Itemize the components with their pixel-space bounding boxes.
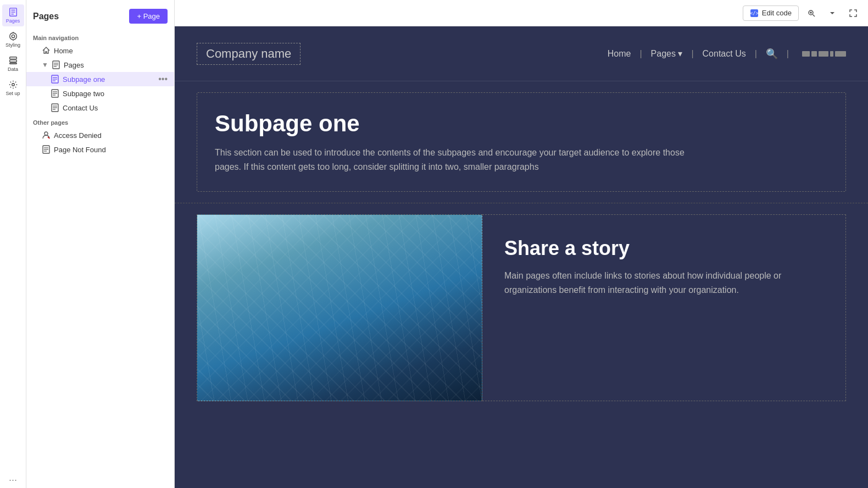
rail-pages-label: Pages (6, 18, 20, 24)
nav-separator-4: | (787, 49, 789, 59)
svg-point-11 (12, 84, 14, 86)
divider-4 (830, 51, 833, 57)
divider-5 (835, 51, 846, 57)
svg-rect-10 (9, 63, 16, 64)
site-logo: Company name (197, 43, 301, 65)
subpage-section: Subpage one This section can be used to … (175, 81, 868, 203)
rail-pages[interactable]: Pages (2, 4, 24, 26)
edit-code-label: Edit code (762, 9, 792, 17)
site-nav-pages[interactable]: Pages ▾ (651, 48, 683, 59)
chevron-icon: ▼ (42, 61, 48, 69)
svg-point-28 (44, 132, 48, 135)
zoom-in-button[interactable] (803, 5, 820, 21)
rail-setup[interactable]: Set up (2, 77, 24, 99)
rail-more[interactable]: ... (9, 472, 17, 484)
pages-dropdown-arrow: ▾ (678, 49, 682, 58)
sidebar-page-not-found-label: Page Not Found (54, 146, 106, 154)
story-title: Share a story (504, 237, 824, 260)
subpage-description: This section can be used to introduce th… (215, 146, 709, 174)
site-nav-links: Home | Pages ▾ | Contact Us | 🔍 | (608, 48, 846, 60)
sidebar: Pages + Page Main navigation Home ▼ Page… (26, 0, 175, 488)
site-nav-pages-label: Pages (651, 49, 676, 58)
nav-separator-1: | (639, 49, 642, 59)
story-content: Share a story Main pages often include l… (482, 214, 846, 401)
sidebar-item-subpage-two[interactable]: Subpage two (26, 86, 174, 101)
nav-separator-3: | (755, 49, 757, 59)
toolbar: </> Edit code (175, 0, 868, 26)
chevron-down-icon (829, 10, 836, 16)
svg-line-37 (813, 14, 815, 16)
edit-code-button[interactable]: </> Edit code (743, 5, 799, 21)
nav-dividers (802, 51, 846, 57)
divider-2 (811, 51, 817, 57)
sidebar-item-home[interactable]: Home (26, 43, 174, 58)
story-image-visual (197, 215, 482, 401)
site-preview: Company name Home | Pages ▾ | Contact Us… (175, 26, 868, 488)
sidebar-item-page-not-found[interactable]: Page Not Found (26, 142, 174, 157)
rail-styling-label: Styling (5, 42, 20, 48)
site-nav: Company name Home | Pages ▾ | Contact Us… (175, 26, 868, 81)
story-description: Main pages often include links to storie… (504, 269, 824, 297)
site-search-icon[interactable]: 🔍 (766, 48, 778, 60)
sidebar-access-denied-label: Access Denied (54, 131, 102, 140)
story-image (197, 214, 482, 401)
divider-3 (819, 51, 828, 57)
story-section: Share a story Main pages often include l… (175, 203, 868, 412)
subpage-content-block: Subpage one This section can be used to … (197, 92, 846, 192)
sidebar-pages-label: Pages (64, 61, 84, 69)
add-page-button[interactable]: + Page (129, 9, 168, 24)
preview-area: Company name Home | Pages ▾ | Contact Us… (175, 26, 868, 488)
zoom-dropdown-button[interactable] (824, 5, 841, 21)
sidebar-item-contact-us[interactable]: Contact Us (26, 101, 174, 115)
rail-setup-label: Set up (5, 91, 20, 96)
edit-code-icon: </> (750, 9, 759, 18)
fullscreen-icon (849, 9, 858, 18)
sidebar-subpage-two-label: Subpage two (63, 90, 104, 98)
svg-rect-9 (9, 60, 16, 62)
more-options-button[interactable]: ••• (158, 75, 168, 84)
svg-point-4 (9, 33, 16, 40)
svg-rect-8 (9, 57, 16, 59)
site-nav-contact-us[interactable]: Contact Us (703, 49, 746, 59)
svg-point-5 (12, 35, 14, 37)
sidebar-subpage-one-label: Subpage one (63, 75, 105, 84)
site-nav-home[interactable]: Home (608, 49, 631, 59)
sidebar-item-pages[interactable]: ▼ Pages (26, 58, 174, 72)
main-navigation-label: Main navigation (26, 30, 174, 43)
rail-data-label: Data (8, 66, 18, 72)
sidebar-header: Pages + Page (26, 7, 174, 30)
sidebar-home-label: Home (54, 47, 73, 55)
zoom-in-icon (807, 9, 816, 18)
fullscreen-button[interactable] (845, 5, 861, 21)
rail-data[interactable]: Data (2, 53, 24, 75)
sidebar-item-subpage-one[interactable]: Subpage one ••• (26, 72, 174, 86)
divider-1 (802, 51, 810, 57)
main-area: </> Edit code Company name Home | Pages (175, 0, 868, 488)
svg-text:</>: </> (750, 10, 759, 16)
sidebar-item-access-denied[interactable]: Access Denied (26, 128, 174, 142)
subpage-title: Subpage one (215, 110, 828, 137)
nav-separator-2: | (691, 49, 693, 59)
sidebar-title: Pages (33, 12, 59, 21)
other-pages-label: Other pages (26, 115, 174, 128)
sidebar-contact-us-label: Contact Us (63, 104, 98, 112)
icon-rail: Pages Styling Data Set up ... (0, 0, 26, 488)
rail-styling[interactable]: Styling (2, 29, 24, 51)
